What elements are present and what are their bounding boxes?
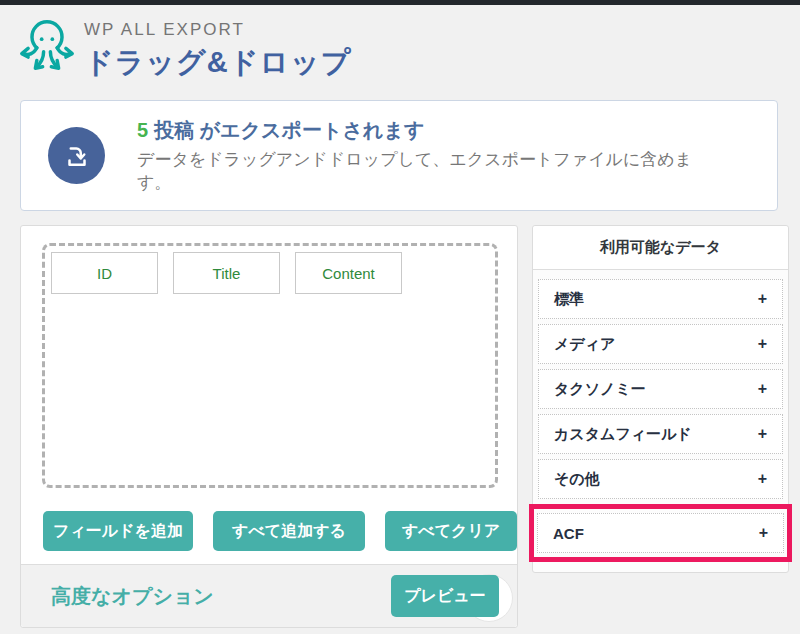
accordion-item-taxonomy[interactable]: タクソノミー +: [538, 369, 783, 409]
expand-plus-icon[interactable]: +: [759, 524, 768, 542]
add-all-button[interactable]: すべて追加する: [213, 511, 365, 551]
export-count-headline: 5投稿 がエクスポートされます: [137, 117, 699, 144]
field-dropzone[interactable]: ID Title Content: [42, 243, 498, 488]
expand-plus-icon[interactable]: +: [758, 335, 767, 353]
wp-admin-top-strip: [0, 0, 800, 5]
field-pill-content[interactable]: Content: [295, 252, 402, 294]
accordion-label: タクソノミー: [554, 380, 646, 399]
advanced-options-link[interactable]: 高度なオプション: [51, 583, 214, 610]
available-data-list: 標準 + メディア + タクソノミー + カスタムフィールド + その他 + A…: [533, 270, 788, 572]
preview-button-wrap: プレビュー: [391, 575, 499, 617]
accordion-label: カスタムフィールド: [554, 425, 692, 444]
download-icon: [48, 127, 105, 184]
accordion-label: その他: [554, 470, 600, 489]
preview-button[interactable]: プレビュー: [391, 575, 499, 617]
export-headline-text: 投稿 がエクスポートされます: [154, 119, 424, 141]
accordion-item-acf[interactable]: ACF +: [537, 513, 784, 553]
accordion-item-standard[interactable]: 標準 +: [538, 279, 783, 319]
expand-plus-icon[interactable]: +: [758, 290, 767, 308]
field-pill-title[interactable]: Title: [173, 252, 280, 294]
clear-all-button[interactable]: すべてクリア: [385, 511, 517, 551]
export-count: 5: [137, 119, 148, 141]
builder-actions-row: フィールドを追加 すべて追加する すべてクリア: [43, 511, 517, 551]
octopus-logo-icon: [16, 12, 78, 76]
export-builder-card: ID Title Content フィールドを追加 すべて追加する すべてクリア…: [20, 225, 518, 628]
accordion-label: ACF: [553, 525, 584, 542]
field-pill-row: ID Title Content: [51, 252, 495, 294]
accordion-item-custom-fields[interactable]: カスタムフィールド +: [538, 414, 783, 454]
plugin-header: WP ALL EXPORT ドラッグ&ドロップ: [16, 12, 351, 83]
accordion-item-other[interactable]: その他 +: [538, 459, 783, 499]
page-title: ドラッグ&ドロップ: [84, 43, 351, 83]
expand-plus-icon[interactable]: +: [758, 425, 767, 443]
expand-plus-icon[interactable]: +: [758, 380, 767, 398]
acf-highlight-annotation: ACF +: [529, 504, 792, 562]
expand-plus-icon[interactable]: +: [758, 470, 767, 488]
field-pill-id[interactable]: ID: [51, 252, 158, 294]
accordion-label: メディア: [554, 335, 615, 354]
available-data-panel: 利用可能なデータ 標準 + メディア + タクソノミー + カスタムフィールド …: [532, 225, 789, 573]
export-summary-box: 5投稿 がエクスポートされます データをドラッグアンドドロップして、エクスポート…: [20, 100, 778, 211]
accordion-item-media[interactable]: メディア +: [538, 324, 783, 364]
add-field-button[interactable]: フィールドを追加: [43, 511, 193, 551]
builder-footer: 高度なオプション プレビュー: [21, 564, 517, 627]
available-data-title: 利用可能なデータ: [533, 226, 788, 270]
accordion-label: 標準: [554, 290, 584, 309]
brand-name: WP ALL EXPORT: [84, 20, 351, 40]
export-description: データをドラッグアンドドロップして、エクスポートファイルに含めます。: [137, 149, 699, 193]
